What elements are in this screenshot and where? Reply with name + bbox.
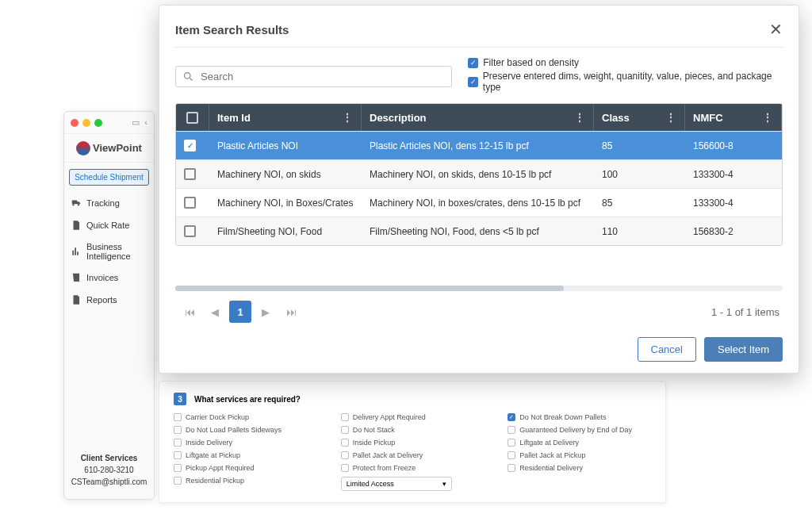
- checkbox-icon[interactable]: [174, 426, 182, 434]
- pager-next-icon[interactable]: ▶: [255, 301, 277, 323]
- header-nmfc[interactable]: NMFC⋮: [685, 104, 782, 131]
- checkbox-checked-icon[interactable]: [468, 58, 478, 68]
- header-item-id[interactable]: Item Id⋮: [209, 104, 362, 131]
- checkbox-icon[interactable]: [184, 225, 196, 237]
- service-option[interactable]: Pallet Jack at Delivery: [341, 451, 485, 459]
- checkbox-icon[interactable]: [184, 197, 196, 209]
- table-row[interactable]: Plastic Articles NOIPlastic Articles NOI…: [176, 131, 782, 159]
- checkbox-icon[interactable]: [174, 413, 182, 421]
- service-option[interactable]: Residential Delivery: [508, 464, 651, 472]
- sidebar-item-label: Tracking: [86, 198, 120, 208]
- service-label: Do Not Break Down Pallets: [519, 413, 606, 421]
- header-class[interactable]: Class⋮: [594, 104, 685, 131]
- service-option[interactable]: Pickup Appt Required: [174, 464, 317, 472]
- checkbox-checked-icon[interactable]: [468, 77, 478, 87]
- limited-access-select[interactable]: Limited Access▾: [341, 477, 452, 491]
- checkbox-icon[interactable]: [174, 477, 182, 485]
- table-row[interactable]: Machinery NOI, in Boxes/CratesMachinery …: [176, 188, 782, 217]
- checkbox-icon[interactable]: [508, 451, 515, 459]
- sidebar-item-tracking[interactable]: Tracking: [64, 192, 154, 214]
- checkbox-icon[interactable]: [174, 439, 182, 447]
- filter-density[interactable]: Filter based on density: [468, 57, 783, 68]
- sidebar-item-invoices[interactable]: Invoices: [64, 267, 154, 289]
- service-label: Guaranteed Delivery by End of Day: [519, 426, 632, 434]
- column-menu-icon[interactable]: ⋮: [342, 111, 353, 124]
- checkbox-icon[interactable]: [186, 112, 198, 124]
- column-menu-icon[interactable]: ⋮: [665, 111, 676, 124]
- client-services: Client Services 610-280-3210 CSTeam@ship…: [64, 449, 154, 494]
- checkbox-icon[interactable]: [508, 413, 515, 421]
- cell-class: 110: [594, 217, 685, 245]
- cell-class: 85: [594, 189, 685, 217]
- service-label: Do Not Load Pallets Sideways: [186, 426, 282, 434]
- horizontal-scrollbar[interactable]: [175, 286, 783, 291]
- service-option[interactable]: Residential Pickup: [174, 477, 317, 485]
- sidebar-item-label: Invoices: [86, 273, 118, 282]
- sidebar-item-reports[interactable]: Reports: [64, 289, 154, 311]
- column-menu-icon[interactable]: ⋮: [762, 111, 773, 124]
- panel-icon[interactable]: ▭: [132, 117, 140, 128]
- checkbox-icon[interactable]: [341, 451, 349, 459]
- checkbox-icon[interactable]: [508, 426, 515, 434]
- service-option[interactable]: Guaranteed Delivery by End of Day: [508, 426, 651, 434]
- checkbox-icon[interactable]: [184, 140, 196, 151]
- select-item-button[interactable]: Select Item: [704, 337, 783, 362]
- service-option[interactable]: Do Not Load Pallets Sideways: [174, 426, 317, 434]
- pager-first-icon[interactable]: ⏮: [178, 301, 201, 323]
- cell-nmfc: 156600-8: [685, 132, 782, 159]
- search-input-wrapper[interactable]: [175, 66, 452, 87]
- scrollbar-thumb[interactable]: [175, 286, 564, 291]
- services-form: 3 What services are required? Carrier Do…: [159, 381, 666, 503]
- service-option[interactable]: Protect from Freeze: [341, 464, 485, 472]
- schedule-shipment-button[interactable]: Schedule Shipment: [69, 169, 149, 186]
- row-checkbox-cell[interactable]: [176, 132, 209, 159]
- brand-logo: ViewPoint: [64, 134, 154, 163]
- service-label: Residential Delivery: [519, 464, 583, 472]
- row-checkbox-cell[interactable]: [176, 160, 209, 188]
- service-option[interactable]: Do Not Break Down Pallets: [508, 413, 651, 421]
- service-option[interactable]: Inside Delivery: [174, 439, 317, 447]
- service-option[interactable]: Delivery Appt Required: [341, 413, 485, 421]
- maximize-dot[interactable]: [94, 119, 102, 127]
- checkbox-icon[interactable]: [508, 464, 515, 472]
- row-checkbox-cell[interactable]: [176, 217, 209, 245]
- checkbox-icon[interactable]: [341, 464, 349, 472]
- checkbox-icon[interactable]: [174, 464, 182, 472]
- service-option[interactable]: Carrier Dock Pickup: [174, 413, 317, 421]
- pager-last-icon[interactable]: ⏭: [280, 301, 302, 323]
- checkbox-icon[interactable]: [341, 426, 349, 434]
- pager-prev-icon[interactable]: ◀: [204, 301, 226, 323]
- table-row[interactable]: Film/Sheeting NOI, FoodFilm/Sheeting NOI…: [176, 217, 782, 245]
- cancel-button[interactable]: Cancel: [638, 337, 696, 362]
- sidebar-item-business-intelligence[interactable]: Business Intelligence: [64, 236, 154, 267]
- header-description[interactable]: Description⋮: [362, 104, 594, 131]
- checkbox-icon[interactable]: [508, 439, 515, 447]
- modal-footer: Cancel Select Item: [175, 337, 783, 362]
- filter-preserve[interactable]: Preserve entered dims, weight, quanitity…: [468, 71, 783, 93]
- service-option[interactable]: Liftgate at Delivery: [508, 439, 651, 447]
- header-checkbox-cell[interactable]: [176, 104, 209, 131]
- service-option[interactable]: Pallet Jack at Pickup: [508, 451, 651, 459]
- pager-current[interactable]: 1: [229, 301, 251, 323]
- table-row[interactable]: Machinery NOI, on skidsMachinery NOI, on…: [176, 159, 782, 188]
- search-icon: [182, 71, 194, 82]
- service-option[interactable]: Liftgate at Pickup: [174, 451, 317, 459]
- cell-description: Machinery NOI, on skids, dens 10-15 lb p…: [362, 160, 594, 188]
- checkbox-icon[interactable]: [174, 451, 182, 459]
- service-option[interactable]: Inside Pickup: [341, 439, 485, 447]
- minimize-dot[interactable]: [82, 119, 90, 127]
- back-icon[interactable]: ‹: [144, 117, 147, 128]
- checkbox-icon[interactable]: [184, 168, 196, 180]
- sidebar-item-label: Quick Rate: [86, 220, 129, 230]
- close-dot[interactable]: [71, 119, 79, 127]
- checkbox-icon[interactable]: [341, 413, 349, 421]
- row-checkbox-cell[interactable]: [176, 189, 209, 217]
- column-menu-icon[interactable]: ⋮: [574, 111, 585, 124]
- checkbox-icon[interactable]: [341, 439, 349, 447]
- close-icon[interactable]: ✕: [769, 20, 783, 39]
- pager-controls: ⏮ ◀ 1 ▶ ⏭: [178, 301, 302, 323]
- service-option[interactable]: Do Not Stack: [341, 426, 485, 434]
- svg-point-0: [185, 72, 191, 79]
- sidebar-item-quick-rate[interactable]: Quick Rate: [64, 214, 154, 236]
- search-input[interactable]: [201, 71, 445, 82]
